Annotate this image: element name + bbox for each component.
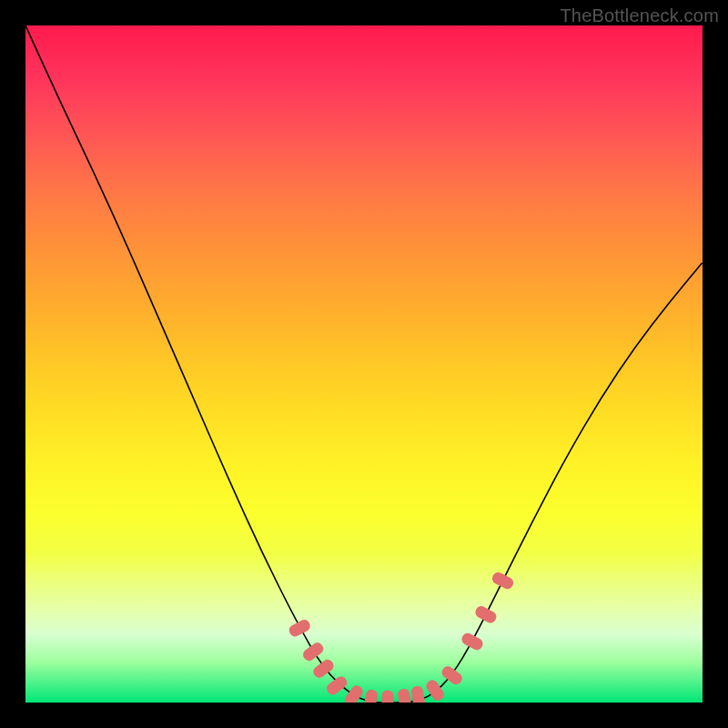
bead <box>410 685 426 703</box>
bead <box>460 632 484 652</box>
bead <box>382 691 394 703</box>
bottleneck-curve <box>25 25 703 703</box>
bead <box>473 604 498 625</box>
bead-group <box>288 571 515 703</box>
bead <box>490 571 515 591</box>
bead <box>288 618 312 639</box>
bead <box>301 641 326 663</box>
bead <box>363 689 379 703</box>
bead <box>397 688 412 703</box>
bead <box>325 674 349 697</box>
bead <box>343 683 366 703</box>
bead <box>424 678 446 703</box>
attribution-label: TheBottleneck.com <box>560 5 719 26</box>
curve-layer <box>25 25 703 703</box>
